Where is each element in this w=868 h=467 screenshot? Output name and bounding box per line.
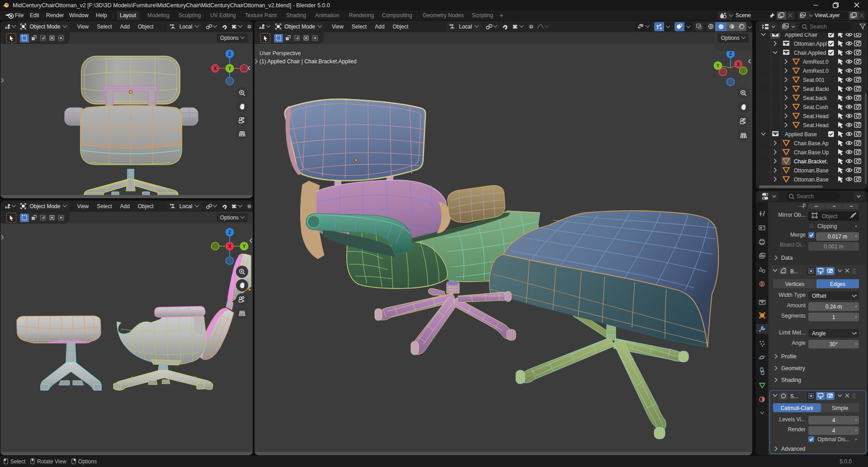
- svg-text:Limit Met...: Limit Met...: [779, 329, 806, 336]
- svg-text:1: 1: [832, 314, 835, 320]
- svg-text:Segments: Segments: [781, 313, 806, 319]
- svg-text:Z: Z: [228, 52, 231, 57]
- svg-text:Search: Search: [797, 193, 814, 200]
- svg-text:Advanced: Advanced: [781, 446, 805, 452]
- svg-text:S...: S...: [790, 393, 798, 400]
- svg-text:Chair.Base.Up: Chair.Base.Up: [794, 149, 829, 156]
- svg-text:30°: 30°: [830, 341, 838, 348]
- svg-text:0.24 m: 0.24 m: [826, 304, 842, 310]
- svg-text:Optimal Dis...: Optimal Dis...: [817, 436, 850, 443]
- svg-text:...p: ...p: [798, 202, 806, 208]
- svg-text:Ottoman.Appl: Ottoman.Appl: [794, 41, 827, 47]
- svg-text:Z: Z: [729, 52, 732, 57]
- svg-text:Edges: Edges: [830, 281, 845, 287]
- svg-text:Profile: Profile: [781, 353, 797, 360]
- svg-text:X: X: [737, 62, 740, 67]
- svg-text:Ottoman.Base: Ottoman.Base: [794, 167, 829, 174]
- svg-text:Render: Render: [788, 426, 806, 433]
- svg-text:Applied Chair: Applied Chair: [785, 33, 817, 38]
- svg-text:Bisect Di...: Bisect Di...: [780, 242, 806, 248]
- svg-text:Vertices: Vertices: [785, 281, 805, 287]
- svg-text:X: X: [214, 66, 217, 71]
- svg-text:Y: Y: [228, 66, 231, 71]
- svg-text:Seat.Head: Seat.Head: [803, 113, 829, 119]
- svg-text:Simple: Simple: [832, 405, 849, 411]
- svg-text:Seat.001: Seat.001: [803, 77, 825, 83]
- svg-text:Seat.Cush: Seat.Cush: [803, 104, 828, 110]
- svg-text:X: X: [228, 244, 231, 249]
- svg-text:0.001 m: 0.001 m: [824, 243, 843, 250]
- svg-text:Levels Vi...: Levels Vi...: [779, 416, 806, 423]
- svg-text:Data: Data: [781, 255, 793, 261]
- svg-text:Seat.Backi: Seat.Backi: [803, 86, 829, 92]
- svg-text:Geometry: Geometry: [781, 365, 805, 372]
- svg-text:Z: Z: [228, 230, 231, 235]
- svg-text:ArmRest.0: ArmRest.0: [803, 68, 829, 74]
- svg-text:0.017 m: 0.017 m: [828, 234, 847, 240]
- svg-text:Seat.back: Seat.back: [803, 95, 827, 101]
- svg-text:Object: Object: [822, 213, 838, 219]
- svg-text:Applied Base: Applied Base: [785, 131, 817, 138]
- svg-text:B...: B...: [790, 268, 798, 275]
- svg-text:Amount: Amount: [787, 302, 806, 309]
- svg-text:Y: Y: [717, 63, 720, 68]
- svg-text:Y: Y: [243, 244, 246, 249]
- svg-text:Ottoman.Base: Ottoman.Base: [794, 176, 829, 183]
- svg-text:Chair.Bracket.: Chair.Bracket.: [794, 158, 828, 165]
- svg-text:Merge: Merge: [790, 232, 806, 238]
- svg-text:Width Type: Width Type: [778, 292, 806, 298]
- svg-text:Angle: Angle: [812, 330, 826, 337]
- svg-text:Seat.Head: Seat.Head: [803, 122, 829, 129]
- svg-text:Search: Search: [810, 24, 827, 30]
- svg-text:ArmRest.0: ArmRest.0: [803, 59, 829, 65]
- svg-text:Shading: Shading: [781, 377, 801, 383]
- svg-text:Chair.Base.Ap: Chair.Base.Ap: [794, 140, 829, 147]
- svg-text:Mirror Ob...: Mirror Ob...: [778, 212, 806, 218]
- svg-text:4: 4: [832, 417, 835, 424]
- svg-text:Offset: Offset: [812, 293, 826, 299]
- svg-text:Clipping: Clipping: [817, 223, 837, 229]
- svg-text:4: 4: [832, 428, 835, 434]
- svg-text:Catmull-Clark: Catmull-Clark: [781, 405, 814, 411]
- svg-text:Angle: Angle: [792, 340, 806, 346]
- svg-text:Chair.Applied: Chair.Applied: [794, 50, 826, 56]
